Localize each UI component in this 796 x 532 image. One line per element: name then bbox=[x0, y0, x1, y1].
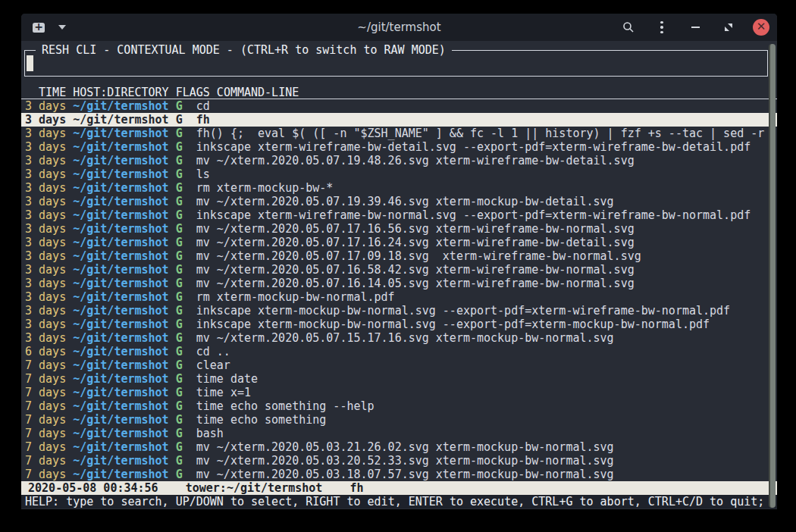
row-host: ~/git/termshot bbox=[73, 413, 175, 427]
search-input[interactable]: RESH CLI - CONTEXTUAL MODE - (CTRL+R to … bbox=[24, 50, 768, 77]
row-flags: G bbox=[176, 318, 196, 331]
close-icon: ✕ bbox=[757, 21, 766, 33]
row-time: 3 days bbox=[25, 249, 73, 263]
row-flags: G bbox=[176, 331, 196, 345]
terminal-window: ~/git/termshot ✕ bbox=[21, 14, 777, 509]
row-time: 3 days bbox=[25, 277, 73, 290]
history-row[interactable]: 3 days ~/git/termshot G inkscape xterm-m… bbox=[21, 304, 777, 318]
row-host: ~/git/termshot bbox=[73, 140, 175, 154]
kebab-menu-icon bbox=[660, 21, 663, 34]
history-row[interactable]: 3 days ~/git/termshot G mv ~/xterm.2020.… bbox=[21, 236, 777, 249]
history-row[interactable]: 3 days ~/git/termshot G cd bbox=[21, 99, 777, 113]
row-flags: G bbox=[176, 413, 196, 427]
history-row[interactable]: 3 days ~/git/termshot G inkscape xterm-w… bbox=[21, 140, 777, 154]
restore-icon bbox=[724, 23, 733, 32]
history-row[interactable]: 7 days ~/git/termshot G time echo someth… bbox=[21, 399, 777, 413]
history-row[interactable]: 7 days ~/git/termshot G mv ~/xterm.2020.… bbox=[21, 454, 777, 468]
row-flags: G bbox=[176, 427, 196, 440]
row-command: mv ~/xterm.2020.05.07.19.48.26.svg xterm… bbox=[196, 154, 777, 167]
row-time: 3 days bbox=[25, 195, 73, 208]
row-time: 3 days bbox=[25, 127, 73, 140]
row-command: mv ~/xterm.2020.05.03.18.07.57.svg xterm… bbox=[196, 468, 777, 481]
history-row[interactable]: 3 days ~/git/termshot G inkscape xterm-w… bbox=[21, 208, 777, 222]
row-command: rm xterm-mockup-bw-* bbox=[196, 181, 777, 195]
text-cursor bbox=[27, 55, 33, 71]
history-row[interactable]: 6 days ~/git/termshot G cd .. bbox=[21, 345, 777, 358]
row-host: ~/git/termshot bbox=[73, 304, 175, 318]
status-bar: 2020-05-08 00:34:56 tower:~/git/termshot… bbox=[21, 481, 777, 495]
row-flags: G bbox=[176, 468, 196, 481]
row-flags: G bbox=[176, 154, 196, 167]
row-flags: G bbox=[176, 386, 196, 399]
minimize-icon bbox=[691, 27, 700, 28]
row-command: mv ~/xterm.2020.05.03.20.52.33.svg xterm… bbox=[196, 454, 777, 468]
status-query: fh bbox=[349, 481, 363, 495]
row-flags: G bbox=[176, 358, 196, 372]
row-host: ~/git/termshot bbox=[73, 386, 175, 399]
row-flags: G bbox=[176, 263, 196, 277]
history-row[interactable]: 3 days ~/git/termshot G fh bbox=[21, 113, 777, 127]
row-time: 3 days bbox=[25, 318, 73, 331]
close-button[interactable]: ✕ bbox=[753, 19, 769, 36]
row-time: 7 days bbox=[25, 413, 73, 427]
row-command: time x=1 bbox=[196, 386, 777, 399]
row-flags: G bbox=[176, 181, 196, 195]
history-row[interactable]: 3 days ~/git/termshot G mv ~/xterm.2020.… bbox=[21, 222, 777, 236]
history-row[interactable]: 3 days ~/git/termshot G mv ~/xterm.2020.… bbox=[21, 277, 777, 290]
new-tab-button[interactable] bbox=[29, 18, 49, 36]
row-host: ~/git/termshot bbox=[73, 468, 175, 481]
row-host: ~/git/termshot bbox=[73, 236, 175, 249]
history-row[interactable]: 3 days ~/git/termshot G ls bbox=[21, 167, 777, 181]
tab-dropdown-button[interactable] bbox=[53, 18, 71, 36]
search-button[interactable] bbox=[619, 18, 638, 36]
row-host: ~/git/termshot bbox=[73, 358, 175, 372]
history-row[interactable]: 7 days ~/git/termshot G time x=1 bbox=[21, 386, 777, 399]
history-row[interactable]: 7 days ~/git/termshot G mv ~/xterm.2020.… bbox=[21, 440, 777, 454]
history-row[interactable]: 7 days ~/git/termshot G time date bbox=[21, 372, 777, 386]
row-host: ~/git/termshot bbox=[73, 318, 175, 331]
row-time: 3 days bbox=[25, 331, 73, 345]
history-row[interactable]: 3 days ~/git/termshot G mv ~/xterm.2020.… bbox=[21, 249, 777, 263]
history-row[interactable]: 3 days ~/git/termshot G mv ~/xterm.2020.… bbox=[21, 195, 777, 208]
history-row[interactable]: 3 days ~/git/termshot G rm xterm-mockup-… bbox=[21, 290, 777, 304]
row-command: mv ~/xterm.2020.05.07.17.09.18.svg xterm… bbox=[196, 249, 777, 263]
row-host: ~/git/termshot bbox=[73, 222, 175, 236]
history-row[interactable]: 7 days ~/git/termshot G time echo someth… bbox=[21, 413, 777, 427]
row-host: ~/git/termshot bbox=[73, 290, 175, 304]
terminal-content: RESH CLI - CONTEXTUAL MODE - (CTRL+R to … bbox=[21, 41, 777, 509]
row-time: 7 days bbox=[25, 427, 73, 440]
row-flags: G bbox=[176, 195, 196, 208]
row-host: ~/git/termshot bbox=[73, 208, 175, 222]
row-command: bash bbox=[196, 427, 777, 440]
scrollbar-thumb[interactable] bbox=[769, 44, 776, 508]
history-row[interactable]: 3 days ~/git/termshot G mv ~/xterm.2020.… bbox=[21, 263, 777, 277]
row-command: time date bbox=[196, 372, 777, 386]
row-flags: G bbox=[176, 222, 196, 236]
history-row[interactable]: 3 days ~/git/termshot G rm xterm-mockup-… bbox=[21, 181, 777, 195]
menu-button[interactable] bbox=[653, 18, 671, 36]
row-command: time echo something --help bbox=[196, 399, 777, 413]
row-host: ~/git/termshot bbox=[73, 195, 175, 208]
row-flags: G bbox=[176, 454, 196, 468]
row-flags: G bbox=[176, 167, 196, 181]
row-flags: G bbox=[176, 372, 196, 386]
chevron-down-icon bbox=[58, 25, 66, 30]
row-time: 3 days bbox=[25, 140, 73, 154]
history-row[interactable]: 7 days ~/git/termshot G clear bbox=[21, 358, 777, 372]
minimize-button[interactable] bbox=[686, 18, 704, 36]
restore-button[interactable] bbox=[719, 18, 738, 36]
row-time: 7 days bbox=[25, 372, 73, 386]
row-host: ~/git/termshot bbox=[73, 127, 175, 140]
row-time: 3 days bbox=[25, 304, 73, 318]
row-flags: G bbox=[176, 290, 196, 304]
history-row[interactable]: 7 days ~/git/termshot G bash bbox=[21, 427, 777, 440]
history-row[interactable]: 3 days ~/git/termshot G fh() {; eval $( … bbox=[21, 127, 777, 140]
row-command: fh() {; eval $( ([ -n "$ZSH_NAME" ] && f… bbox=[196, 127, 777, 140]
history-row[interactable]: 7 days ~/git/termshot G mv ~/xterm.2020.… bbox=[21, 468, 777, 481]
history-row[interactable]: 3 days ~/git/termshot G mv ~/xterm.2020.… bbox=[21, 331, 777, 345]
history-row[interactable]: 3 days ~/git/termshot G mv ~/xterm.2020.… bbox=[21, 154, 777, 167]
row-host: ~/git/termshot bbox=[73, 427, 175, 440]
search-box-title: RESH CLI - CONTEXTUAL MODE - (CTRL+R to … bbox=[36, 43, 452, 57]
row-command: inkscape xterm-mockup-bw-normal.svg --ex… bbox=[196, 318, 777, 331]
history-row[interactable]: 3 days ~/git/termshot G inkscape xterm-m… bbox=[21, 318, 777, 331]
